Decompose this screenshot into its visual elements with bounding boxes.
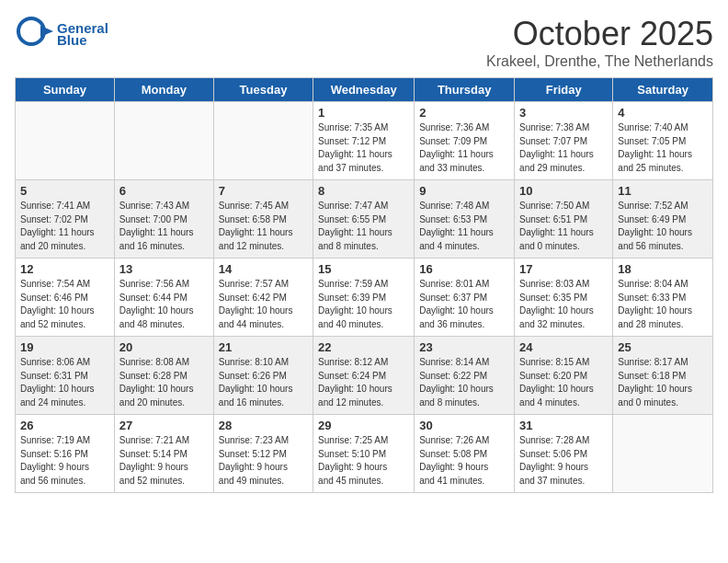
calendar-cell: 25Sunrise: 8:17 AM Sunset: 6:18 PM Dayli… <box>613 337 713 415</box>
day-number: 26 <box>20 419 109 432</box>
calendar-week-row: 12Sunrise: 7:54 AM Sunset: 6:46 PM Dayli… <box>16 259 713 337</box>
calendar-cell: 28Sunrise: 7:23 AM Sunset: 5:12 PM Dayli… <box>213 415 313 493</box>
day-info: Sunrise: 7:36 AM Sunset: 7:09 PM Dayligh… <box>419 121 509 175</box>
calendar-cell: 19Sunrise: 8:06 AM Sunset: 6:31 PM Dayli… <box>16 337 115 415</box>
calendar-cell: 7Sunrise: 7:45 AM Sunset: 6:58 PM Daylig… <box>213 180 313 259</box>
day-info: Sunrise: 7:59 AM Sunset: 6:39 PM Dayligh… <box>318 278 409 331</box>
day-info: Sunrise: 7:38 AM Sunset: 7:07 PM Dayligh… <box>519 121 608 175</box>
day-info: Sunrise: 8:06 AM Sunset: 6:31 PM Dayligh… <box>20 356 109 409</box>
calendar-cell: 8Sunrise: 7:47 AM Sunset: 6:55 PM Daylig… <box>313 180 415 259</box>
day-info: Sunrise: 8:04 AM Sunset: 6:33 PM Dayligh… <box>618 278 708 331</box>
day-number: 15 <box>318 262 409 276</box>
day-number: 4 <box>618 106 708 120</box>
day-number: 23 <box>419 340 509 354</box>
day-info: Sunrise: 7:28 AM Sunset: 5:06 PM Dayligh… <box>519 434 608 488</box>
day-number: 21 <box>219 340 308 354</box>
calendar-cell: 18Sunrise: 8:04 AM Sunset: 6:33 PM Dayli… <box>613 259 713 337</box>
day-number: 8 <box>318 184 409 198</box>
calendar-cell: 10Sunrise: 7:50 AM Sunset: 6:51 PM Dayli… <box>515 180 613 259</box>
calendar-cell: 16Sunrise: 8:01 AM Sunset: 6:37 PM Dayli… <box>415 259 515 337</box>
day-number: 31 <box>519 419 608 432</box>
calendar-cell: 29Sunrise: 7:25 AM Sunset: 5:10 PM Dayli… <box>313 415 415 493</box>
calendar-cell: 4Sunrise: 7:40 AM Sunset: 7:05 PM Daylig… <box>613 102 713 180</box>
logo: General Blue <box>15 15 108 53</box>
weekday-header: Thursday <box>415 78 515 102</box>
day-info: Sunrise: 7:35 AM Sunset: 7:12 PM Dayligh… <box>318 121 409 175</box>
day-number: 30 <box>419 419 509 432</box>
calendar-cell: 24Sunrise: 8:15 AM Sunset: 6:20 PM Dayli… <box>515 337 613 415</box>
calendar-cell: 17Sunrise: 8:03 AM Sunset: 6:35 PM Dayli… <box>515 259 613 337</box>
day-number: 13 <box>119 262 209 276</box>
calendar-cell: 15Sunrise: 7:59 AM Sunset: 6:39 PM Dayli… <box>313 259 415 337</box>
day-number: 9 <box>419 184 509 198</box>
month-title: October 2025 <box>486 15 713 53</box>
day-number: 17 <box>519 262 608 276</box>
day-number: 14 <box>219 262 308 276</box>
day-number: 7 <box>219 184 308 198</box>
day-number: 24 <box>519 340 608 354</box>
calendar-cell: 21Sunrise: 8:10 AM Sunset: 6:26 PM Dayli… <box>213 337 313 415</box>
location-title: Krakeel, Drenthe, The Netherlands <box>486 53 713 70</box>
weekday-header: Sunday <box>16 78 115 102</box>
day-number: 29 <box>318 419 409 432</box>
day-info: Sunrise: 8:17 AM Sunset: 6:18 PM Dayligh… <box>618 356 708 409</box>
day-info: Sunrise: 8:15 AM Sunset: 6:20 PM Dayligh… <box>519 356 608 409</box>
calendar-cell: 20Sunrise: 8:08 AM Sunset: 6:28 PM Dayli… <box>114 337 213 415</box>
day-number: 10 <box>519 184 608 198</box>
calendar-table: SundayMondayTuesdayWednesdayThursdayFrid… <box>15 77 713 493</box>
calendar-week-row: 19Sunrise: 8:06 AM Sunset: 6:31 PM Dayli… <box>16 337 713 415</box>
weekday-header: Saturday <box>613 78 713 102</box>
weekday-header: Wednesday <box>313 78 415 102</box>
day-number: 18 <box>618 262 708 276</box>
calendar-cell: 3Sunrise: 7:38 AM Sunset: 7:07 PM Daylig… <box>515 102 613 180</box>
calendar-cell: 14Sunrise: 7:57 AM Sunset: 6:42 PM Dayli… <box>213 259 313 337</box>
day-info: Sunrise: 8:08 AM Sunset: 6:28 PM Dayligh… <box>119 356 209 409</box>
day-info: Sunrise: 8:10 AM Sunset: 6:26 PM Dayligh… <box>219 356 308 409</box>
calendar-cell <box>16 102 115 180</box>
day-number: 27 <box>119 419 209 432</box>
svg-marker-1 <box>40 26 53 37</box>
day-info: Sunrise: 7:45 AM Sunset: 6:58 PM Dayligh… <box>219 200 308 253</box>
weekday-header: Monday <box>114 78 213 102</box>
calendar-week-row: 26Sunrise: 7:19 AM Sunset: 5:16 PM Dayli… <box>16 415 713 493</box>
svg-point-0 <box>18 18 44 44</box>
day-info: Sunrise: 7:41 AM Sunset: 7:02 PM Dayligh… <box>20 200 109 253</box>
calendar-cell: 31Sunrise: 7:28 AM Sunset: 5:06 PM Dayli… <box>515 415 613 493</box>
day-number: 11 <box>618 184 708 198</box>
day-info: Sunrise: 7:48 AM Sunset: 6:53 PM Dayligh… <box>419 200 509 253</box>
weekday-header: Tuesday <box>213 78 313 102</box>
day-info: Sunrise: 8:01 AM Sunset: 6:37 PM Dayligh… <box>419 278 509 331</box>
day-info: Sunrise: 7:23 AM Sunset: 5:12 PM Dayligh… <box>219 434 308 488</box>
day-number: 16 <box>419 262 509 276</box>
day-info: Sunrise: 7:26 AM Sunset: 5:08 PM Dayligh… <box>419 434 509 488</box>
day-info: Sunrise: 7:54 AM Sunset: 6:46 PM Dayligh… <box>20 278 109 331</box>
title-block: October 2025 Krakeel, Drenthe, The Nethe… <box>486 15 713 70</box>
calendar-cell: 22Sunrise: 8:12 AM Sunset: 6:24 PM Dayli… <box>313 337 415 415</box>
calendar-week-row: 5Sunrise: 7:41 AM Sunset: 7:02 PM Daylig… <box>16 180 713 259</box>
calendar-cell: 26Sunrise: 7:19 AM Sunset: 5:16 PM Dayli… <box>16 415 115 493</box>
day-number: 6 <box>119 184 209 198</box>
calendar-cell: 27Sunrise: 7:21 AM Sunset: 5:14 PM Dayli… <box>114 415 213 493</box>
calendar-cell <box>213 102 313 180</box>
day-number: 28 <box>219 419 308 432</box>
calendar-cell: 11Sunrise: 7:52 AM Sunset: 6:49 PM Dayli… <box>613 180 713 259</box>
calendar-cell: 23Sunrise: 8:14 AM Sunset: 6:22 PM Dayli… <box>415 337 515 415</box>
calendar-cell: 6Sunrise: 7:43 AM Sunset: 7:00 PM Daylig… <box>114 180 213 259</box>
day-number: 1 <box>318 106 409 120</box>
day-number: 3 <box>519 106 608 120</box>
day-number: 22 <box>318 340 409 354</box>
weekday-header: Friday <box>515 78 613 102</box>
calendar-cell: 9Sunrise: 7:48 AM Sunset: 6:53 PM Daylig… <box>415 180 515 259</box>
day-info: Sunrise: 7:43 AM Sunset: 7:00 PM Dayligh… <box>119 200 209 253</box>
calendar-cell: 12Sunrise: 7:54 AM Sunset: 6:46 PM Dayli… <box>16 259 115 337</box>
day-info: Sunrise: 7:52 AM Sunset: 6:49 PM Dayligh… <box>618 200 708 253</box>
day-number: 12 <box>20 262 109 276</box>
weekday-header-row: SundayMondayTuesdayWednesdayThursdayFrid… <box>16 78 713 102</box>
day-info: Sunrise: 8:14 AM Sunset: 6:22 PM Dayligh… <box>419 356 509 409</box>
day-number: 2 <box>419 106 509 120</box>
day-info: Sunrise: 7:40 AM Sunset: 7:05 PM Dayligh… <box>618 121 708 175</box>
day-info: Sunrise: 7:21 AM Sunset: 5:14 PM Dayligh… <box>119 434 209 488</box>
day-info: Sunrise: 7:47 AM Sunset: 6:55 PM Dayligh… <box>318 200 409 253</box>
day-number: 25 <box>618 340 708 354</box>
day-info: Sunrise: 7:56 AM Sunset: 6:44 PM Dayligh… <box>119 278 209 331</box>
